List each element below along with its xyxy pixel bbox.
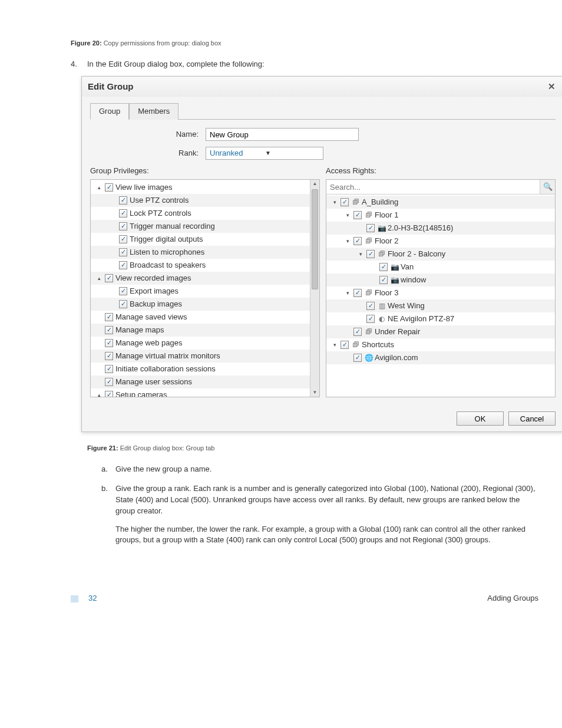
checkbox[interactable]: ✓ bbox=[105, 378, 113, 386]
scroll-thumb[interactable] bbox=[312, 189, 318, 289]
rights-row[interactable]: ▾✓🗊Shortcuts bbox=[326, 338, 555, 351]
figure-21-label: Figure 21: bbox=[87, 444, 118, 452]
disclose-icon[interactable]: ▴ bbox=[95, 391, 103, 397]
ok-button[interactable]: OK bbox=[457, 411, 504, 426]
privilege-row[interactable]: ✓Use PTZ controls bbox=[91, 194, 310, 207]
rank-value: Unranked bbox=[210, 148, 265, 159]
name-input[interactable] bbox=[206, 128, 359, 141]
rights-row[interactable]: ▾✓🗊Floor 2 - Balcony bbox=[326, 248, 555, 261]
checkbox[interactable]: ✓ bbox=[366, 250, 375, 258]
rights-row[interactable]: ✓🌐Avigilon.com bbox=[326, 351, 555, 364]
checkbox[interactable]: ✓ bbox=[366, 302, 375, 310]
checkbox[interactable]: ✓ bbox=[119, 287, 127, 295]
privilege-row[interactable]: ✓Lock PTZ controls bbox=[91, 207, 310, 220]
checkbox[interactable]: ✓ bbox=[366, 224, 375, 232]
checkbox[interactable]: ✓ bbox=[353, 354, 362, 362]
rank-select[interactable]: Unranked ▼ bbox=[206, 147, 323, 160]
rights-label: West Wing bbox=[388, 301, 425, 312]
rights-row[interactable]: ✓◐NE Avigilon PTZ-87 bbox=[326, 312, 555, 325]
rights-row[interactable]: ✓📷2.0-H3-B2(148516) bbox=[326, 222, 555, 235]
close-icon[interactable]: ✕ bbox=[546, 80, 558, 93]
disclose-icon[interactable]: ▾ bbox=[331, 199, 338, 206]
privilege-label: Manage virtual matrix monitors bbox=[115, 351, 220, 362]
checkbox[interactable]: ✓ bbox=[105, 326, 113, 334]
privilege-row[interactable]: ▴✓View recorded images bbox=[91, 272, 310, 285]
checkbox[interactable]: ✓ bbox=[353, 289, 362, 297]
disclose-icon[interactable]: ▴ bbox=[95, 184, 103, 192]
checkbox[interactable]: ✓ bbox=[353, 211, 362, 219]
checkbox[interactable]: ✓ bbox=[119, 209, 127, 218]
checkbox[interactable]: ✓ bbox=[105, 352, 113, 360]
checkbox[interactable]: ✓ bbox=[105, 183, 113, 192]
disclose-icon[interactable]: ▾ bbox=[357, 251, 364, 258]
checkbox[interactable]: ✓ bbox=[340, 198, 349, 206]
footer-section: Adding Groups bbox=[487, 593, 538, 604]
disclose-icon[interactable]: ▾ bbox=[331, 341, 338, 349]
step-a-text: Give the new group a name. bbox=[115, 465, 211, 473]
privilege-row[interactable]: ✓Manage virtual matrix monitors bbox=[91, 350, 310, 363]
privileges-listbox[interactable]: ▴✓View live images✓Use PTZ controls✓Lock… bbox=[90, 179, 320, 397]
rights-label: A_Building bbox=[362, 197, 398, 208]
checkbox[interactable]: ✓ bbox=[379, 276, 388, 284]
privilege-label: Initiate collaboration sessions bbox=[115, 364, 216, 375]
rights-listbox[interactable]: 🔍 ▾✓🗊A_Building▾✓🗊Floor 1✓📷2.0-H3-B2(148… bbox=[326, 179, 556, 397]
privilege-label: View recorded images bbox=[115, 273, 191, 284]
rights-row[interactable]: ▾✓🗊Floor 2 bbox=[326, 235, 555, 248]
rights-label: window bbox=[401, 275, 426, 286]
checkbox[interactable]: ✓ bbox=[366, 315, 375, 323]
checkbox[interactable]: ✓ bbox=[105, 339, 113, 347]
rights-row[interactable]: ▾✓🗊Floor 3 bbox=[326, 286, 555, 299]
rights-row[interactable]: ✓📷window bbox=[326, 274, 555, 286]
rights-label: Floor 1 bbox=[375, 210, 398, 221]
checkbox[interactable]: ✓ bbox=[353, 328, 362, 336]
privilege-row[interactable]: ✓Initiate collaboration sessions bbox=[91, 363, 310, 375]
privilege-row[interactable]: ✓Trigger manual recording bbox=[91, 220, 310, 233]
privilege-row[interactable]: ✓Manage maps bbox=[91, 324, 310, 337]
scroll-down-icon[interactable]: ▼ bbox=[310, 388, 319, 397]
privilege-row[interactable]: ▴✓Setup cameras bbox=[91, 388, 310, 397]
search-icon[interactable]: 🔍 bbox=[540, 180, 555, 194]
tab-group[interactable]: Group bbox=[90, 103, 129, 120]
checkbox[interactable]: ✓ bbox=[340, 341, 349, 349]
scroll-up-icon[interactable]: ▲ bbox=[310, 180, 319, 188]
checkbox[interactable]: ✓ bbox=[119, 235, 127, 243]
checkbox[interactable]: ✓ bbox=[119, 196, 127, 205]
privilege-label: Manage web pages bbox=[115, 338, 182, 349]
scrollbar[interactable]: ▲ ▼ bbox=[310, 180, 319, 397]
cancel-button[interactable]: Cancel bbox=[508, 411, 556, 426]
checkbox[interactable]: ✓ bbox=[379, 263, 388, 271]
privilege-row[interactable]: ✓Broadcast to speakers bbox=[91, 259, 310, 272]
checkbox[interactable]: ✓ bbox=[105, 365, 113, 373]
rights-row[interactable]: ▾✓🗊A_Building bbox=[326, 196, 555, 209]
search-input[interactable] bbox=[326, 180, 540, 194]
privilege-row[interactable]: ✓Trigger digital outputs bbox=[91, 233, 310, 246]
step-b: Give the group a rank. Each rank is a nu… bbox=[101, 483, 538, 546]
disclose-icon[interactable]: ▾ bbox=[344, 238, 351, 245]
privilege-row[interactable]: ✓Manage saved views bbox=[91, 311, 310, 324]
rights-row[interactable]: ✓▥West Wing bbox=[326, 299, 555, 312]
checkbox[interactable]: ✓ bbox=[353, 237, 362, 245]
disclose-icon[interactable]: ▾ bbox=[344, 212, 351, 219]
checkbox[interactable]: ✓ bbox=[119, 300, 127, 308]
tab-members[interactable]: Members bbox=[129, 103, 178, 120]
privilege-row[interactable]: ✓Backup images bbox=[91, 298, 310, 311]
checkbox[interactable]: ✓ bbox=[105, 391, 113, 397]
disclose-icon[interactable]: ▴ bbox=[95, 275, 103, 282]
rights-row[interactable]: ✓🗊Under Repair bbox=[326, 325, 555, 338]
privilege-row[interactable]: ▴✓View live images bbox=[91, 181, 310, 194]
disclose-icon[interactable]: ▾ bbox=[344, 289, 351, 297]
checkbox[interactable]: ✓ bbox=[119, 222, 127, 230]
checkbox[interactable]: ✓ bbox=[105, 313, 113, 321]
privilege-row[interactable]: ✓Manage user sessions bbox=[91, 375, 310, 388]
checkbox[interactable]: ✓ bbox=[119, 248, 127, 256]
cam-icon: 📷 bbox=[390, 275, 399, 285]
rights-row[interactable]: ✓📷Van bbox=[326, 261, 555, 274]
search-row: 🔍 bbox=[326, 180, 555, 195]
rights-row[interactable]: ▾✓🗊Floor 1 bbox=[326, 209, 555, 222]
checkbox[interactable]: ✓ bbox=[105, 274, 113, 282]
privilege-row[interactable]: ✓Listen to microphones bbox=[91, 246, 310, 259]
cam-icon: 📷 bbox=[390, 262, 399, 272]
checkbox[interactable]: ✓ bbox=[119, 261, 127, 269]
privilege-row[interactable]: ✓Manage web pages bbox=[91, 337, 310, 350]
privilege-row[interactable]: ✓Export images bbox=[91, 285, 310, 298]
